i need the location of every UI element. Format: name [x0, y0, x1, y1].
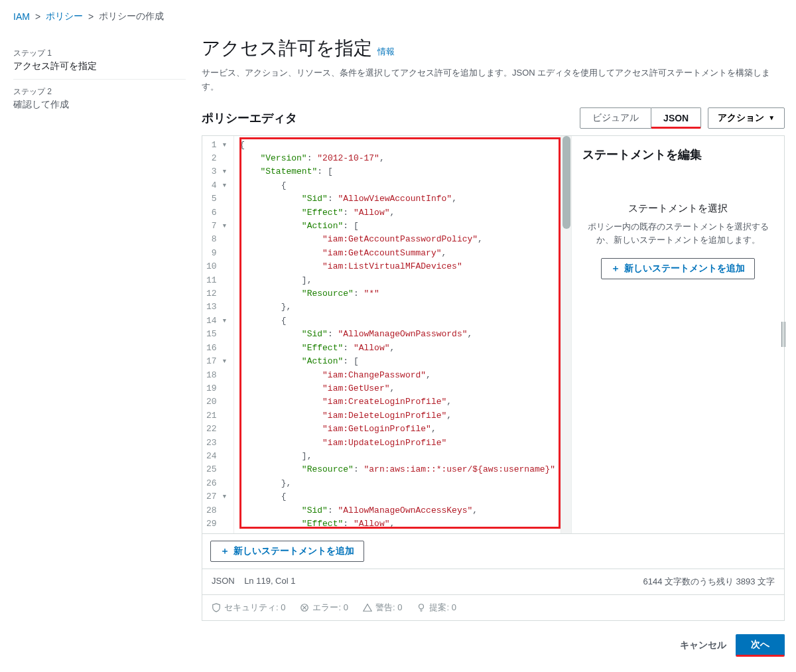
- editor-mode-toggle: ビジュアル JSON: [580, 107, 701, 129]
- cursor-position: Ln 119, Col 1: [244, 576, 295, 586]
- breadcrumb-policy[interactable]: ポリシー: [46, 11, 83, 23]
- statement-select-description: ポリシー内の既存のステートメントを選択するか、新しいステートメントを追加します。: [582, 220, 773, 248]
- vertical-scrollbar[interactable]: [561, 136, 571, 534]
- svg-point-1: [419, 604, 424, 609]
- editor-status-bar: JSON Ln 119, Col 1 6144 文字数のうち残り 3893 文字: [202, 569, 785, 595]
- breadcrumb-current: ポリシーの作成: [99, 11, 164, 23]
- chevron-right-icon: >: [35, 11, 40, 22]
- plus-icon: ＋: [220, 545, 230, 557]
- statement-edit-panel: ステートメントを編集 ステートメントを選択 ポリシー内の既存のステートメントを選…: [572, 136, 784, 534]
- chevron-right-icon: >: [88, 11, 94, 22]
- plus-icon: ＋: [611, 263, 620, 275]
- actions-label: アクション: [718, 112, 764, 124]
- editor-mode-label: JSON: [212, 576, 235, 586]
- errors-count: エラー: 0: [300, 602, 348, 614]
- statement-panel-title: ステートメントを編集: [582, 147, 773, 163]
- add-statement-label: 新しいステートメントを追加: [624, 263, 745, 275]
- policy-editor-title: ポリシーエディタ: [202, 110, 297, 126]
- next-button[interactable]: 次へ: [736, 634, 785, 657]
- cancel-button[interactable]: キャンセル: [680, 639, 726, 651]
- actions-dropdown-button[interactable]: アクション ▼: [708, 107, 785, 129]
- step-title: 確認して作成: [13, 99, 186, 111]
- statement-select-title: ステートメントを選択: [582, 202, 773, 215]
- add-statement-button[interactable]: ＋ 新しいステートメントを追加: [601, 258, 755, 279]
- warnings-count: 警告: 0: [363, 602, 402, 614]
- scrollbar-thumb[interactable]: [563, 136, 570, 229]
- wizard-step-2[interactable]: ステップ 2 確認して作成: [13, 80, 186, 117]
- breadcrumb-iam[interactable]: IAM: [13, 11, 30, 22]
- json-code-editor[interactable]: 1 ▾ 2 3 ▾ 4 ▾ 5 6 7 ▾ 8 9 10 11 12 13 14…: [202, 136, 572, 534]
- wizard-step-1[interactable]: ステップ 1 アクセス許可を指定: [13, 41, 186, 80]
- editor-footer-toolbar: ＋ 新しいステートメントを追加: [202, 534, 785, 569]
- step-label: ステップ 2: [13, 86, 186, 98]
- page-title: アクセス許可を指定: [202, 36, 372, 61]
- security-count: セキュリティ: 0: [212, 602, 285, 614]
- error-icon: [300, 603, 309, 612]
- line-number-gutter: 1 ▾ 2 3 ▾ 4 ▾ 5 6 7 ▾ 8 9 10 11 12 13 14…: [202, 136, 234, 534]
- panel-resize-handle[interactable]: [781, 322, 785, 347]
- shield-icon: [212, 603, 221, 612]
- add-statement-button-bottom[interactable]: ＋ 新しいステートメントを追加: [210, 541, 364, 562]
- warning-icon: [363, 603, 372, 612]
- step-label: ステップ 1: [13, 48, 186, 59]
- wizard-steps-sidebar: ステップ 1 アクセス許可を指定 ステップ 2 確認して作成: [13, 31, 186, 672]
- lightbulb-icon: [417, 603, 426, 612]
- visual-mode-button[interactable]: ビジュアル: [580, 107, 651, 129]
- diagnostics-bar: セキュリティ: 0 エラー: 0 警告: 0 提案: 0: [202, 595, 785, 621]
- caret-down-icon: ▼: [768, 114, 775, 121]
- code-content[interactable]: { "Version": "2012-10-17", "Statement": …: [234, 136, 561, 534]
- char-count: 6144 文字数のうち残り 3893 文字: [643, 576, 775, 588]
- page-footer: キャンセル 次へ: [202, 621, 785, 672]
- add-statement-label: 新しいステートメントを追加: [233, 545, 354, 557]
- suggestions-count: 提案: 0: [417, 602, 456, 614]
- json-mode-button[interactable]: JSON: [651, 107, 701, 129]
- breadcrumb: IAM > ポリシー > ポリシーの作成: [0, 0, 796, 31]
- step-title: アクセス許可を指定: [13, 60, 186, 72]
- info-link[interactable]: 情報: [377, 46, 395, 58]
- page-description: サービス、アクション、リソース、条件を選択してアクセス許可を追加します。JSON…: [202, 66, 785, 94]
- policy-editor-panel: 1 ▾ 2 3 ▾ 4 ▾ 5 6 7 ▾ 8 9 10 11 12 13 14…: [202, 135, 785, 535]
